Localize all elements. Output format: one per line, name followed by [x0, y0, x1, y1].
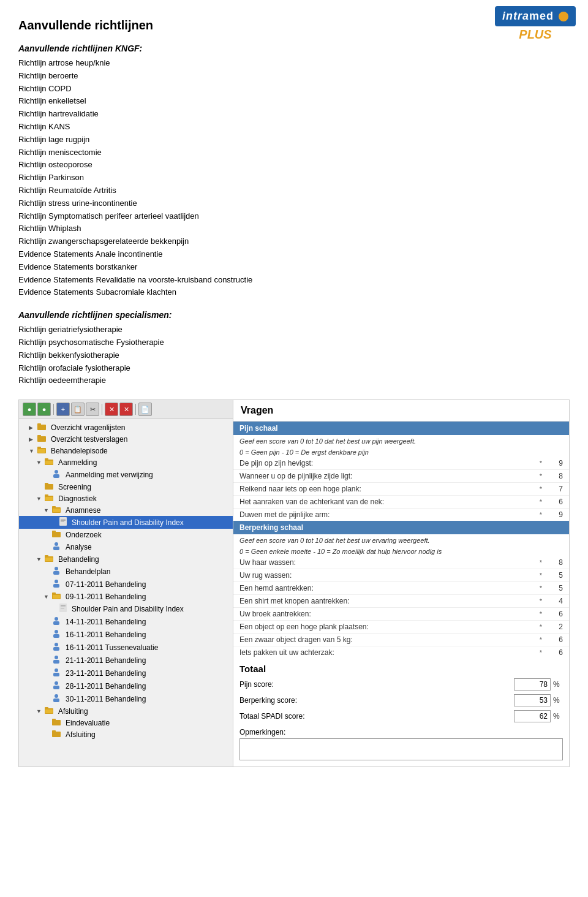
tree-item-label: Overzicht testverslagen	[51, 435, 127, 444]
doc-page-icon	[59, 517, 67, 528]
tree-arrow-icon: ▶	[29, 425, 35, 431]
folder-icon	[52, 730, 61, 739]
toolbar-btn-del2[interactable]: ✕	[119, 403, 133, 416]
tree-item[interactable]: Behandelplan	[19, 565, 233, 578]
tree-item[interactable]: Eindevaluatie	[19, 717, 233, 729]
tree-arrow-icon: ▼	[36, 708, 42, 714]
folder-icon	[37, 423, 46, 432]
list-item: Evidence Statements Subacromiale klachte…	[18, 286, 570, 299]
pijn-schaal-desc2: 0 = Geen pijn - 10 = De ergst denkbare p…	[233, 446, 569, 457]
tree-item-label: Anamnese	[66, 506, 100, 515]
toolbar-btn-green2[interactable]: ●	[37, 403, 51, 416]
tree-item[interactable]: Shoulder Pain and Disability Index	[19, 602, 233, 615]
tree-arrow-icon: ▼	[43, 594, 50, 600]
toolbar-btn-add[interactable]: +	[56, 403, 70, 416]
tree-item[interactable]: ▼Aanmelding	[19, 456, 233, 468]
opmerkingen-label: Opmerkingen:	[233, 724, 569, 738]
tree-item[interactable]: 30-11-2011 Behandeling	[19, 692, 233, 705]
svg-rect-13	[45, 483, 48, 485]
folder-open-icon	[45, 554, 53, 564]
pijn-row: Reikend naar iets op een hoge plank:*7	[233, 483, 569, 496]
berperking-row-value: 6	[545, 648, 563, 657]
tree-item[interactable]: Onderzoek	[19, 529, 233, 540]
svg-rect-16	[45, 497, 53, 501]
svg-rect-22	[61, 520, 66, 521]
tree-item[interactable]: ▼Diagnostiek	[19, 493, 233, 504]
tree-item[interactable]: 14-11-2011 Behandeling	[19, 615, 233, 628]
tree-item[interactable]: ▶Overzicht testverslagen	[19, 433, 233, 445]
tree-item-label: 16-11-2011 Behandeling	[66, 630, 146, 639]
tree-item[interactable]: 16-11-2011 Tussenevaluatie	[19, 641, 233, 654]
tree-item-label: Diagnostiek	[58, 494, 97, 503]
berperking-star-icon: *	[540, 649, 542, 656]
tree-item[interactable]: 21-11-2011 Behandeling	[19, 654, 233, 667]
tree-item-label: 23-11-2011 Behandeling	[66, 669, 146, 678]
svg-rect-21	[61, 519, 66, 520]
totaal-row-input[interactable]	[514, 694, 551, 706]
tree-item-label: 14-11-2011 Behandeling	[66, 618, 146, 626]
pijn-star-icon: *	[540, 485, 542, 493]
berperking-row: Uw broek aantrekken:*6	[233, 608, 569, 621]
berperking-star-icon: *	[540, 559, 542, 566]
tree-item[interactable]: 28-11-2011 Behandeling	[19, 679, 233, 692]
tree-arrow-icon: ▶	[29, 436, 35, 442]
pijn-row-value: 6	[545, 498, 563, 506]
svg-point-33	[55, 580, 58, 583]
tree-item-label: Behandelepisode	[51, 447, 108, 455]
svg-rect-15	[45, 494, 48, 497]
svg-rect-53	[53, 686, 59, 689]
svg-rect-19	[53, 509, 60, 512]
folder-icon	[45, 482, 53, 491]
tree-item[interactable]: 23-11-2011 Behandeling	[19, 667, 233, 679]
totaal-rows: Pijn score:%Berperking score:%Totaal SPA…	[233, 676, 569, 724]
pijn-row-value: 9	[545, 510, 563, 519]
toolbar-btn-green1[interactable]: ●	[23, 403, 36, 416]
berperking-row-value: 6	[545, 635, 563, 644]
svg-rect-51	[53, 673, 59, 676]
totaal-row-input[interactable]	[514, 678, 551, 691]
pijn-star-icon: *	[540, 511, 542, 518]
tree-item-label: 09-11-2011 Behandeling	[66, 592, 146, 601]
tree-item[interactable]: Aanmelding met verwijzing	[19, 468, 233, 481]
toolbar-btn-doc[interactable]: 📄	[138, 403, 152, 416]
totaal-pct-label: %	[553, 696, 563, 705]
berperking-star-icon: *	[540, 636, 542, 643]
berperking-row: Een object op een hoge plank plaatsen:*2	[233, 621, 569, 634]
tree-item[interactable]: 16-11-2011 Behandeling	[19, 628, 233, 641]
tree-item[interactable]: ▼09-11-2011 Behandeling	[19, 591, 233, 602]
tree-item[interactable]: 07-11-2011 Behandeling	[19, 578, 233, 591]
svg-rect-5	[37, 447, 41, 449]
toolbar-btn-scissors[interactable]: ✂	[86, 403, 99, 416]
folder-open-icon	[45, 458, 53, 467]
tree-item[interactable]: ▼Afsluiting	[19, 705, 233, 717]
tree-item[interactable]: ▼Anamnese	[19, 504, 233, 516]
tree-item-label: Afsluiting	[66, 730, 96, 739]
tree-item[interactable]: Shoulder Pain and Disability Index	[19, 516, 233, 529]
tree-item[interactable]: Afsluiting	[19, 729, 233, 740]
tree-item[interactable]: Analyse	[19, 540, 233, 553]
berperking-row: Een hemd aantrekken:*5	[233, 582, 569, 595]
toolbar-btn-del1[interactable]: ✕	[105, 403, 118, 416]
svg-rect-60	[52, 719, 56, 721]
tree-item-label: Shoulder Pain and Disability Index	[72, 518, 184, 527]
tree-item[interactable]: ▶Overzicht vragenlijsten	[19, 422, 233, 433]
totaal-row-input[interactable]	[514, 710, 551, 722]
svg-rect-34	[53, 584, 59, 588]
right-panel-title: Vragen	[233, 400, 569, 422]
tree-item-label: Shoulder Pain and Disability Index	[72, 605, 184, 613]
tree-item[interactable]: Screening	[19, 481, 233, 493]
svg-rect-58	[45, 710, 53, 713]
svg-rect-49	[53, 660, 59, 664]
list-item: Evidence Statements borstkanker	[18, 261, 570, 274]
svg-rect-27	[53, 547, 59, 550]
totaal-row: Pijn score:%	[233, 676, 569, 692]
pijn-schaal-desc1: Geef een score van 0 tot 10 dat het best…	[233, 435, 569, 446]
tree-item[interactable]: ▼Behandelepisode	[19, 445, 233, 456]
tree-item[interactable]: ▼Behandeling	[19, 553, 233, 565]
toolbar-btn-copy[interactable]: 📋	[71, 403, 85, 416]
svg-rect-62	[52, 730, 56, 733]
toolbar-separator3	[135, 404, 136, 415]
berperking-row: Een shirt met knopen aantrekken:*4	[233, 595, 569, 608]
person-icon	[52, 668, 61, 678]
opmerkingen-box[interactable]	[239, 738, 563, 760]
